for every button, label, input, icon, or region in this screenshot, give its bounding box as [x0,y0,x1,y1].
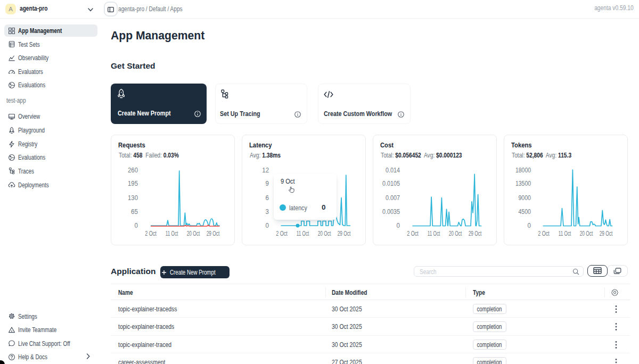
svg-text:4500: 4500 [519,208,531,216]
svg-text:11 Oct: 11 Oct [297,230,309,237]
svg-text:65: 65 [131,208,138,216]
svg-text:20 Oct: 20 Oct [318,230,331,237]
svg-text:0.0105: 0.0105 [382,180,400,187]
svg-text:20 Oct: 20 Oct [449,230,462,237]
svg-text:130: 130 [128,194,138,202]
svg-text:11 Oct: 11 Oct [428,230,440,237]
svg-text:0: 0 [266,222,269,229]
svg-text:29 Oct: 29 Oct [207,230,220,237]
svg-text:0: 0 [397,222,400,229]
svg-text:9000: 9000 [519,194,531,202]
svg-text:2 Oct: 2 Oct [538,230,550,237]
svg-text:0.014: 0.014 [386,167,400,174]
svg-text:2 Oct: 2 Oct [145,230,157,237]
svg-text:2 Oct: 2 Oct [407,230,419,237]
svg-text:260: 260 [128,167,138,174]
svg-text:20 Oct: 20 Oct [187,230,200,237]
svg-text:11 Oct: 11 Oct [166,230,178,237]
svg-text:29 Oct: 29 Oct [338,230,351,237]
svg-text:20 Oct: 20 Oct [580,230,593,237]
svg-text:29 Oct: 29 Oct [469,230,482,237]
svg-text:29 Oct: 29 Oct [600,230,613,237]
svg-text:2 Oct: 2 Oct [276,230,288,237]
svg-text:13500: 13500 [515,180,531,187]
svg-text:3: 3 [266,208,269,216]
svg-text:9: 9 [266,180,269,187]
svg-text:0: 0 [135,222,138,229]
svg-text:0: 0 [528,222,531,229]
svg-text:18000: 18000 [515,167,531,174]
svg-text:6: 6 [266,194,269,202]
svg-text:0.007: 0.007 [386,194,400,202]
svg-text:195: 195 [128,180,138,187]
svg-text:0.0035: 0.0035 [382,208,400,216]
svg-text:11 Oct: 11 Oct [559,230,571,237]
svg-text:12: 12 [262,167,269,174]
